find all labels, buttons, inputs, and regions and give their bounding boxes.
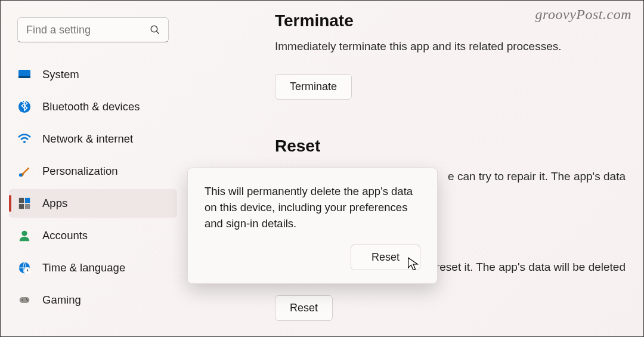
repair-description-fragment: e can try to repair it. The app's data — [448, 169, 626, 185]
bluetooth-icon — [17, 100, 32, 114]
sidebar-item-personalization[interactable]: Personalization — [9, 157, 177, 185]
sidebar-item-label: Personalization — [42, 165, 118, 178]
svg-rect-8 — [25, 198, 30, 203]
sidebar-item-accounts[interactable]: Accounts — [9, 221, 177, 250]
terminate-button[interactable]: Terminate — [275, 74, 352, 100]
sidebar-item-label: Bluetooth & devices — [42, 100, 140, 113]
svg-point-16 — [26, 298, 27, 299]
svg-point-6 — [19, 174, 22, 177]
svg-point-0 — [151, 26, 157, 32]
sidebar-item-system[interactable]: System — [9, 60, 177, 89]
brush-icon — [17, 164, 32, 178]
apps-icon — [17, 196, 32, 211]
svg-rect-14 — [20, 297, 30, 303]
reset-button[interactable]: Reset — [275, 295, 333, 321]
reset-heading: Reset — [275, 137, 626, 156]
search-input[interactable] — [17, 17, 169, 42]
search-icon — [150, 24, 160, 35]
svg-point-11 — [21, 231, 27, 236]
reset-section: Reset e can try to repair it. The app's … — [275, 137, 626, 156]
terminate-section: Terminate Immediately terminate this app… — [275, 11, 626, 100]
accounts-icon — [17, 228, 32, 243]
sidebar-item-label: Network & internet — [42, 132, 133, 146]
svg-point-15 — [22, 299, 23, 301]
sidebar-item-network[interactable]: Network & internet — [9, 125, 177, 153]
reset-confirm-popup: This will permanently delete the app's d… — [187, 168, 438, 284]
svg-rect-10 — [25, 204, 30, 209]
system-icon — [17, 67, 32, 82]
gamepad-icon — [17, 293, 32, 307]
globe-clock-icon — [17, 261, 32, 275]
reset-description-fragment: t, reset it. The app's data will be dele… — [426, 259, 626, 276]
search-container — [17, 17, 169, 42]
sidebar: System Bluetooth & devices Network & int… — [1, 1, 185, 336]
nav-list: System Bluetooth & devices Network & int… — [1, 53, 185, 314]
sidebar-item-label: Apps — [42, 197, 67, 210]
wifi-icon — [17, 132, 32, 146]
terminate-description: Immediately terminate this app and its r… — [275, 39, 626, 55]
svg-point-5 — [23, 141, 26, 143]
terminate-heading: Terminate — [275, 11, 626, 30]
popup-reset-button[interactable]: Reset — [351, 245, 420, 270]
svg-rect-7 — [19, 198, 24, 203]
popup-message: This will permanently delete the app's d… — [205, 184, 420, 231]
sidebar-item-bluetooth[interactable]: Bluetooth & devices — [9, 92, 177, 121]
sidebar-item-apps[interactable]: Apps — [9, 189, 177, 218]
sidebar-item-time-language[interactable]: Time & language — [9, 253, 177, 282]
sidebar-item-label: Gaming — [42, 293, 81, 307]
sidebar-item-label: Accounts — [42, 229, 88, 242]
svg-rect-3 — [18, 76, 30, 78]
svg-point-17 — [27, 300, 28, 301]
sidebar-item-label: System — [42, 68, 79, 81]
svg-line-1 — [156, 31, 159, 34]
svg-rect-9 — [19, 204, 24, 209]
sidebar-item-label: Time & language — [42, 261, 125, 274]
sidebar-item-gaming[interactable]: Gaming — [9, 286, 177, 314]
